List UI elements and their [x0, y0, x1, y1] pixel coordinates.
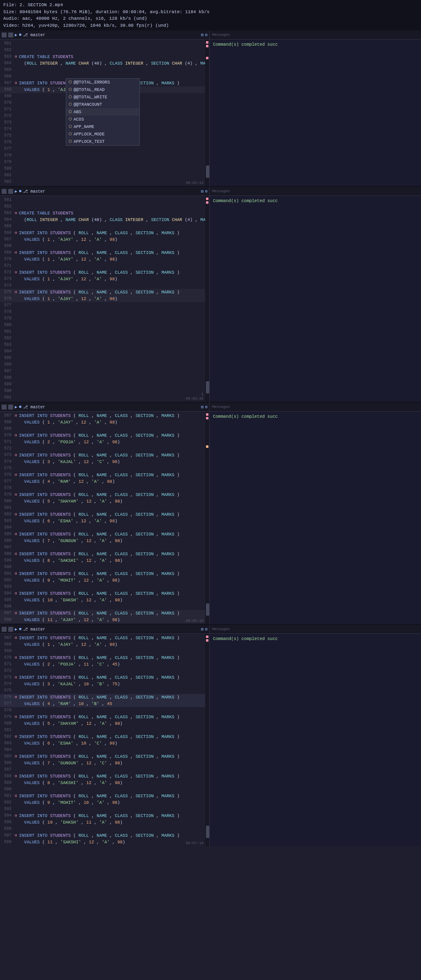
code-line: 580 VALUES ( 5 , 'SHAYAM' , 12 , 'A' , 9…	[0, 720, 209, 727]
play-icon-3[interactable]: ▶	[15, 405, 17, 410]
code-line: 561	[0, 40, 209, 47]
output-line: Command(s) completed succ	[213, 41, 418, 48]
toolbar-btn-1[interactable]	[2, 33, 7, 37]
code-line: 570 VALUES ( 1 , 'AJAY' , 12 , 'A' , 98)	[0, 256, 209, 263]
toolbar-btn-3[interactable]	[2, 189, 7, 194]
code-line: 586 VALUES ( 7 , 'GUNGUN' , 12 , 'C' , 9…	[0, 760, 209, 766]
panel-4: ▶ ■ ⎇ master ⊞ ⚙ 567⊟INSERT INTO STUDENT…	[0, 625, 421, 846]
code-line: 578	[0, 707, 209, 714]
toolbar-btn-8[interactable]	[8, 627, 13, 632]
panel-1: ▶ ■ ⎇ master ⊞ ⚙ 561 562 563⊟CREATE TABL…	[0, 30, 421, 187]
code-line: 574	[0, 282, 209, 289]
panel-3: ▶ ■ ⎇ master ⊞ ⚙ 567⊟INSERT INTO STUDENT…	[0, 403, 421, 625]
code-line: 569⊟INSERT INTO STUDENTS ( ROLL , NAME ,…	[0, 249, 209, 256]
ac-item[interactable]: ⬡@@TOTAL_ERRORS	[66, 79, 139, 86]
code-line: 563⊟CREATE TABLE STUDENTS	[0, 54, 209, 60]
code-line: 565	[0, 67, 209, 73]
ac-item[interactable]: ⬡APPLOCK_TEST	[66, 138, 139, 145]
grid-icon-2[interactable]: ⊞	[201, 189, 204, 194]
code-line: 594⊟INSERT INTO STUDENTS ( ROLL , NAME ,…	[0, 590, 209, 597]
toolbar-btn-4[interactable]	[8, 189, 13, 194]
toolbar-btn-7[interactable]	[2, 627, 7, 632]
panel-2: ▶ ■ ⎇ master ⊞ ⚙ 561 562 563⊟CREATE TABL…	[0, 187, 421, 403]
code-area-1[interactable]: 561 562 563⊟CREATE TABLE STUDENTS 564 (R…	[0, 40, 209, 186]
code-area-3[interactable]: 567⊟INSERT INTO STUDENTS ( ROLL , NAME ,…	[0, 412, 209, 624]
code-line: 577	[0, 146, 209, 152]
code-line: 573⊟INSERT INTO STUDENTS ( ROLL , NAME ,…	[0, 674, 209, 681]
code-line: 582	[0, 335, 209, 342]
ac-item[interactable]: ⬡APP_NAME	[66, 123, 139, 130]
code-line: 589 VALUES ( 8 , 'SAKSHI' , 12 , 'A' , 9…	[0, 557, 209, 564]
code-line: 585⊟INSERT INTO STUDENTS ( ROLL , NAME ,…	[0, 753, 209, 760]
output-label-2: Messages	[212, 189, 230, 193]
scroll-marker	[206, 417, 208, 419]
ac-icon: ⬡	[69, 116, 72, 123]
play-icon-4[interactable]: ▶	[15, 627, 17, 632]
code-area-4[interactable]: 567⊟INSERT INTO STUDENTS ( ROLL , NAME ,…	[0, 634, 209, 846]
code-line: 573 VALUES ( 1 , 'AJAY' , 12 , 'A' , 98)	[0, 276, 209, 282]
stop-icon[interactable]: ■	[19, 33, 21, 37]
toolbar-btn-6[interactable]	[8, 405, 13, 410]
code-line: 582⊟INSERT INTO STUDENTS ( ROLL , NAME ,…	[0, 733, 209, 740]
code-line: 569	[0, 426, 209, 432]
code-line: 584	[0, 348, 209, 355]
code-line: 582⊟INSERT INTO STUDENTS ( ROLL , NAME ,…	[0, 511, 209, 518]
play-icon[interactable]: ▶	[15, 33, 17, 37]
code-line: 569	[0, 648, 209, 654]
toolbar-btn-2[interactable]	[8, 33, 13, 37]
output-toolbar-4: Messages	[210, 625, 421, 634]
scrollbar-1[interactable]	[205, 40, 209, 186]
output-toolbar-1: Messages	[210, 30, 421, 40]
scroll-thumb[interactable]	[206, 603, 209, 616]
ac-item[interactable]: ⬡@@TRANCOUNT	[66, 101, 139, 108]
code-line-selected: 577 VALUES ( 4 , 'RAM' , 10 , 'B' , 45	[0, 701, 209, 707]
code-line: 577 VALUES ( 4 , 'RAM' , 12 , 'A' , 98)	[0, 478, 209, 485]
code-line: 576⊟INSERT INTO STUDENTS ( ROLL , NAME ,…	[0, 472, 209, 478]
code-line: 571 VALUES ( 2 , 'POOJA' , 12 , 'A' , 98…	[0, 439, 209, 445]
scroll-thumb[interactable]	[206, 165, 209, 178]
stop-icon-4[interactable]: ■	[19, 627, 21, 631]
settings-icon-1[interactable]: ⚙	[205, 33, 208, 37]
code-line: 588⊟INSERT INTO STUDENTS ( ROLL , NAME ,…	[0, 773, 209, 780]
code-line: 589	[0, 381, 209, 388]
code-line: 573⊟INSERT INTO STUDENTS ( ROLL , NAME ,…	[0, 452, 209, 459]
code-line: 581	[0, 505, 209, 511]
code-line: 567 VALUES ( 1 , 'AJAY' , 12 , 'A' , 98)	[0, 236, 209, 243]
timestamp-2: 00:03:34	[186, 397, 204, 401]
scroll-thumb[interactable]	[206, 826, 209, 838]
autocomplete-dropdown[interactable]: ⬡@@TOTAL_ERRORS ⬡@@TOTAL_READ ⬡@@TOTAL_W…	[66, 78, 140, 146]
code-line: 576 VALUES ( 1 , 'AJAY' , 12 , 'A' , 98)	[0, 296, 209, 302]
play-icon-2[interactable]: ▶	[15, 189, 17, 194]
code-line: 578	[0, 309, 209, 315]
settings-icon-2[interactable]: ⚙	[205, 189, 208, 194]
stop-icon-3[interactable]: ■	[19, 405, 21, 409]
editor-1: ▶ ■ ⎇ master ⊞ ⚙ 561 562 563⊟CREATE TABL…	[0, 30, 210, 186]
scrollbar-3[interactable]	[205, 412, 209, 624]
grid-icon-1[interactable]: ⊞	[201, 33, 204, 37]
ac-item[interactable]: ⬡APPLOCK_MODE	[66, 130, 139, 138]
code-line: 578	[0, 485, 209, 491]
code-line: 592 VALUES ( 9 , 'MOHIT' , 10 , 'A' , 98…	[0, 799, 209, 806]
scroll-thumb[interactable]	[206, 381, 209, 393]
grid-icon-4[interactable]: ⊞	[201, 627, 204, 632]
branch-label-1: ⎇ master	[23, 33, 45, 37]
code-line: 592 VALUES ( 9 , 'MOHIT' , 12 , 'A' , 98…	[0, 577, 209, 584]
ac-item[interactable]: ⬡ACOS	[66, 116, 139, 123]
code-line: 574 VALUES ( 3 , 'KAJAL' , 12 , 'C' , 98…	[0, 459, 209, 465]
settings-icon-4[interactable]: ⚙	[205, 627, 208, 632]
settings-icon-3[interactable]: ⚙	[205, 405, 208, 410]
code-line: 580	[0, 165, 209, 172]
output-2: Messages Command(s) completed succ	[210, 187, 421, 402]
ac-item[interactable]: ⬡@@TOTAL_WRITE	[66, 93, 139, 101]
grid-icon-3[interactable]: ⊞	[201, 405, 204, 410]
scrollbar-2[interactable]	[205, 196, 209, 402]
code-area-2[interactable]: 561 562 563⊟CREATE TABLE STUDENTS 564 (R…	[0, 196, 209, 402]
output-line: Command(s) completed succ	[213, 635, 418, 642]
code-line: 589 VALUES ( 8 , 'SAKSHI' , 12 , 'A' , 9…	[0, 780, 209, 786]
ac-item[interactable]: ⬡@@TOTAL_READ	[66, 86, 139, 93]
stop-icon-2[interactable]: ■	[19, 189, 21, 193]
toolbar-btn-5[interactable]	[2, 405, 7, 410]
scrollbar-4[interactable]	[205, 634, 209, 846]
code-line: 580 VALUES ( 5 , 'SHAYAM' , 12 , 'A' , 9…	[0, 498, 209, 505]
ac-item-selected[interactable]: ⬡ABS	[66, 108, 139, 116]
